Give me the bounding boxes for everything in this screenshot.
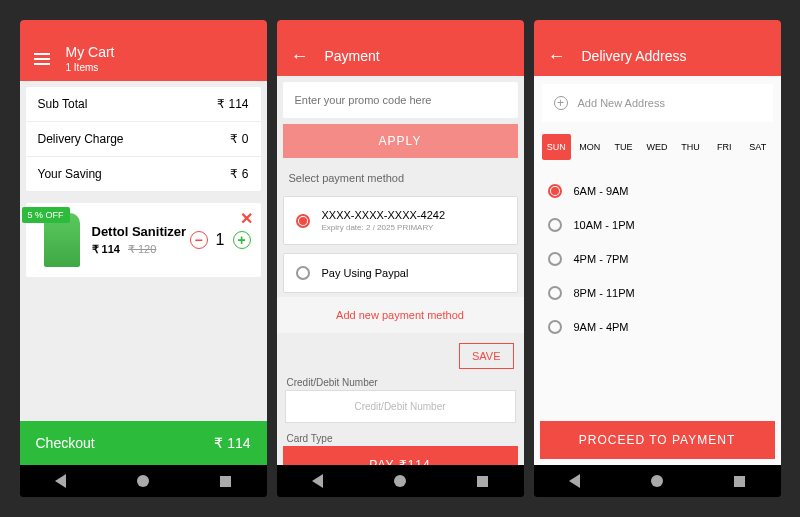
field-label: Card Type [277,429,524,446]
discount-badge: 5 % OFF [22,207,70,223]
nav-recent-icon[interactable] [477,476,488,487]
android-navbar [20,465,267,497]
nav-home-icon[interactable] [394,475,406,487]
radio-selected-icon[interactable] [296,214,310,228]
summary-label: Sub Total [38,97,88,111]
status-bar [20,20,267,36]
page-title: My Cart [66,44,115,60]
payment-screen: ← Payment APPLY Select payment method XX… [277,20,524,497]
summary-value: ₹ 114 [217,97,248,111]
add-address-button[interactable]: + Add New Address [542,84,773,122]
checkout-button[interactable]: Checkout ₹ 114 [20,421,267,465]
slot-option[interactable]: 10AM - 1PM [548,208,767,242]
back-icon[interactable]: ← [548,46,566,67]
day-tab[interactable]: WED [642,134,672,160]
plus-icon: + [554,96,568,110]
summary-value: ₹ 0 [230,132,248,146]
section-label: Select payment method [277,164,524,192]
proceed-button[interactable]: PROCEED TO PAYMENT [540,421,775,459]
slot-option[interactable]: 4PM - 7PM [548,242,767,276]
product-original-price: ₹ 120 [128,243,156,256]
product-name: Dettol Sanitizer [92,224,190,239]
day-selector: SUN MON TUE WED THU FRI SAT [534,130,781,164]
nav-recent-icon[interactable] [734,476,745,487]
promo-input[interactable] [283,82,518,118]
summary-value: ₹ 6 [230,167,248,181]
page-title: Payment [325,48,380,64]
credit-input[interactable]: Credit/Debit Number [285,390,516,423]
qty-plus-button[interactable]: + [233,231,251,249]
header: ← Delivery Address [534,36,781,76]
menu-icon[interactable] [34,53,50,65]
radio-icon [548,252,562,266]
summary-label: Your Saving [38,167,102,181]
android-navbar [277,465,524,497]
back-icon[interactable]: ← [291,46,309,67]
remove-icon[interactable]: ✕ [240,209,253,228]
delivery-screen: ← Delivery Address + Add New Address SUN… [534,20,781,497]
nav-home-icon[interactable] [137,475,149,487]
radio-selected-icon [548,184,562,198]
product-price: ₹ 114 [92,243,120,256]
slot-option[interactable]: 9AM - 4PM [548,310,767,344]
quantity-stepper: − 1 + [190,231,251,249]
radio-icon [548,320,562,334]
android-navbar [534,465,781,497]
qty-minus-button[interactable]: − [190,231,208,249]
payment-method-card[interactable]: XXXX-XXXX-XXXX-4242 Expiry date: 2 / 202… [283,196,518,245]
cart-screen: My Cart 1 Items Sub Total₹ 114 Delivery … [20,20,267,497]
summary-card: Sub Total₹ 114 Delivery Charge₹ 0 Your S… [26,87,261,191]
status-bar [277,20,524,36]
day-tab[interactable]: MON [575,134,605,160]
card-meta: Expiry date: 2 / 2025 PRIMARY [322,223,446,232]
pay-button[interactable]: PAY ₹114 [283,446,518,465]
paypal-label: Pay Using Paypal [322,267,409,279]
radio-icon[interactable] [296,266,310,280]
nav-recent-icon[interactable] [220,476,231,487]
page-title: Delivery Address [582,48,687,64]
radio-icon [548,286,562,300]
summary-label: Delivery Charge [38,132,124,146]
save-button[interactable]: SAVE [459,343,514,369]
day-tab[interactable]: SAT [743,134,773,160]
nav-back-icon[interactable] [312,474,323,488]
slot-option[interactable]: 8PM - 11PM [548,276,767,310]
add-payment-link[interactable]: Add new payment method [277,297,524,333]
day-tab[interactable]: TUE [609,134,639,160]
cart-item: 5 % OFF ✕ Dettol Sanitizer ₹ 114 ₹ 120 −… [26,203,261,277]
apply-button[interactable]: APPLY [283,124,518,158]
slot-option[interactable]: 6AM - 9AM [548,174,767,208]
nav-home-icon[interactable] [651,475,663,487]
radio-icon [548,218,562,232]
header: My Cart 1 Items [20,36,267,81]
time-slots: 6AM - 9AM 10AM - 1PM 4PM - 7PM 8PM - 11P… [534,164,781,354]
qty-value: 1 [216,231,225,249]
nav-back-icon[interactable] [569,474,580,488]
payment-method-paypal[interactable]: Pay Using Paypal [283,253,518,293]
day-tab[interactable]: FRI [709,134,739,160]
header: ← Payment [277,36,524,76]
item-count: 1 Items [66,62,115,73]
day-tab[interactable]: SUN [542,134,572,160]
card-number: XXXX-XXXX-XXXX-4242 [322,209,446,221]
status-bar [534,20,781,36]
field-label: Credit/Debit Number [277,373,524,390]
day-tab[interactable]: THU [676,134,706,160]
nav-back-icon[interactable] [55,474,66,488]
